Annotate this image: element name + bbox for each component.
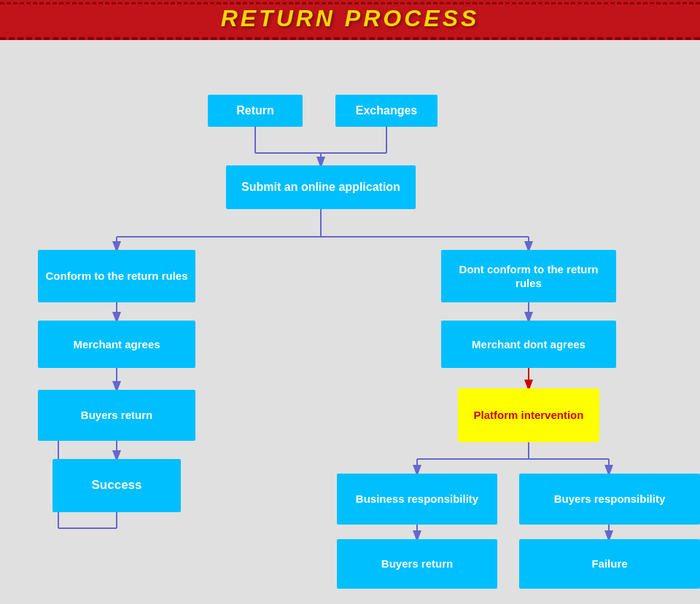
buyers-return-right-box: Buyers return: [337, 539, 497, 589]
success-box: Success: [52, 459, 181, 512]
return-box: Return: [208, 95, 303, 127]
diagram: Return Exchanges Submit an online applic…: [0, 40, 700, 604]
exchanges-box: Exchanges: [335, 95, 438, 127]
buyers-resp-box: Buyers responsibility: [519, 474, 700, 525]
failure-box: Failure: [519, 539, 700, 589]
dont-conform-box: Dont conform to the return rules: [441, 250, 616, 302]
header: RETURN PROCESS: [0, 0, 700, 40]
page-title: RETURN PROCESS: [221, 5, 480, 32]
conform-box: Conform to the return rules: [38, 250, 195, 302]
submit-box: Submit an online application: [226, 165, 416, 209]
page-wrapper: RETURN PROCESS: [0, 0, 700, 604]
business-resp-box: Business responsibility: [337, 474, 497, 525]
platform-box: Platform intervention: [458, 388, 599, 442]
merchant-agrees-box: Merchant agrees: [38, 321, 195, 368]
merchant-dont-box: Merchant dont agrees: [441, 321, 616, 368]
buyers-return-left-box: Buyers return: [38, 390, 195, 441]
